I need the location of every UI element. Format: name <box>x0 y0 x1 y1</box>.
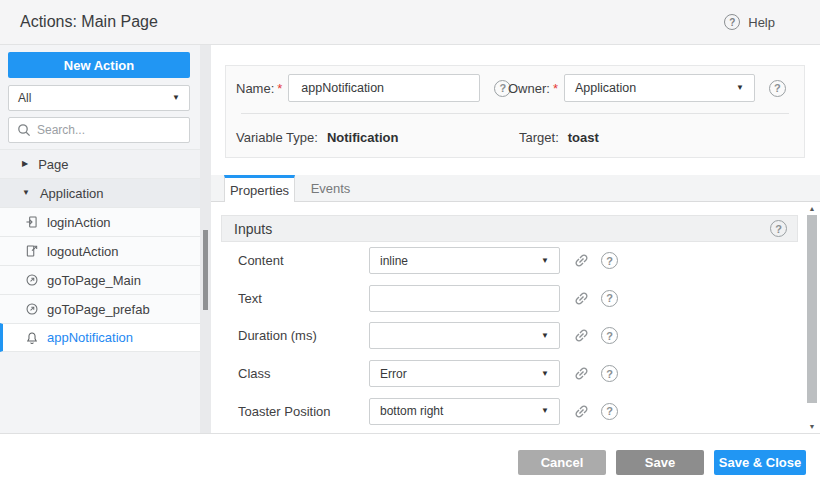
tree-item-label: loginAction <box>47 215 111 230</box>
new-action-button[interactable]: New Action <box>8 52 190 78</box>
toaster-position-help-icon[interactable]: ? <box>601 403 618 420</box>
filter-select-value: All <box>18 91 31 105</box>
tree-item-gotopage-prefab[interactable]: goToPage_prefab <box>0 294 200 323</box>
tree-item-label: logoutAction <box>47 244 119 259</box>
scroll-down-icon[interactable]: ▼ <box>806 423 818 430</box>
class-select-value: Error <box>380 367 407 381</box>
help-label: Help <box>748 15 775 30</box>
cancel-button[interactable]: Cancel <box>518 450 606 475</box>
actions-sidebar: New Action All ▼ ▶ Page ▼ Application <box>0 45 200 433</box>
duration-select[interactable]: ▼ <box>369 322 560 349</box>
search-input[interactable] <box>37 123 177 137</box>
dropdown-caret-icon: ▼ <box>172 94 180 102</box>
text-label: Text <box>238 291 369 306</box>
toaster-position-label: Toaster Position <box>238 404 369 419</box>
dropdown-caret-icon: ▼ <box>541 332 549 340</box>
class-label: Class <box>238 366 369 381</box>
save-button[interactable]: Save <box>616 450 704 475</box>
bell-icon <box>25 331 39 345</box>
owner-label: Owner: <box>508 81 550 96</box>
required-marker: * <box>277 81 282 96</box>
bind-link-icon[interactable] <box>573 403 590 420</box>
goto-page-icon <box>25 302 39 316</box>
main-scrollbar[interactable]: ▲ ▼ <box>806 202 818 433</box>
search-icon <box>17 123 31 137</box>
sidebar-scrollbar-thumb[interactable] <box>203 230 208 310</box>
variable-type-label: Variable Type: <box>236 130 318 145</box>
tree-group-label: Page <box>38 157 68 172</box>
tree-group-application[interactable]: ▼ Application <box>0 178 200 207</box>
main-scrollbar-thumb[interactable] <box>807 215 817 403</box>
input-row-duration: Duration (ms) ▼ ? <box>221 317 798 355</box>
dropdown-caret-icon: ▼ <box>541 257 549 265</box>
actions-tree: ▶ Page ▼ Application loginAction logoutA… <box>0 149 200 352</box>
input-row-text: Text ? <box>221 280 798 318</box>
save-close-button[interactable]: Save & Close <box>714 450 806 475</box>
toaster-position-select-value: bottom right <box>380 404 443 418</box>
dropdown-caret-icon: ▼ <box>541 370 549 378</box>
tree-group-page[interactable]: ▶ Page <box>0 149 200 178</box>
bind-link-icon[interactable] <box>573 327 590 344</box>
required-marker: * <box>553 81 558 96</box>
content-select[interactable]: inline ▼ <box>369 247 560 274</box>
tab-events[interactable]: Events <box>295 175 366 201</box>
owner-help-icon[interactable]: ? <box>769 80 786 97</box>
dropdown-caret-icon: ▼ <box>541 407 549 415</box>
tree-item-label: appNotification <box>47 330 133 345</box>
input-row-toaster-position: Toaster Position bottom right ▼ ? <box>221 392 798 430</box>
tree-item-appnotification[interactable]: appNotification <box>0 323 200 352</box>
tree-item-label: goToPage_Main <box>47 273 141 288</box>
page-title: Actions: Main Page <box>20 13 158 31</box>
dropdown-caret-icon: ▼ <box>736 84 744 92</box>
inputs-section: Inputs ? Content inline ▼ ? Text <box>221 215 798 430</box>
tree-group-label: Application <box>40 186 104 201</box>
sidebar-scrollbar[interactable] <box>200 45 211 433</box>
class-select[interactable]: Error ▼ <box>369 360 560 387</box>
chevron-right-icon[interactable]: ▶ <box>22 160 28 168</box>
bind-link-icon[interactable] <box>573 290 590 307</box>
variable-type-value: Notification <box>327 130 399 145</box>
card-divider <box>241 113 789 114</box>
class-help-icon[interactable]: ? <box>601 365 618 382</box>
toaster-position-select[interactable]: bottom right ▼ <box>369 398 560 425</box>
inputs-section-title: Inputs <box>234 221 272 237</box>
bind-link-icon[interactable] <box>573 365 590 382</box>
tree-item-label: goToPage_prefab <box>47 302 150 317</box>
bind-link-icon[interactable] <box>573 252 590 269</box>
filter-select[interactable]: All ▼ <box>8 85 190 111</box>
action-footer: Cancel Save Save & Close <box>0 433 820 491</box>
owner-select[interactable]: Application ▼ <box>564 74 755 102</box>
help-icon: ? <box>724 14 740 30</box>
scroll-up-icon[interactable]: ▲ <box>806 205 818 212</box>
name-input[interactable] <box>288 74 480 102</box>
goto-page-icon <box>25 273 39 287</box>
tree-item-logoutaction[interactable]: logoutAction <box>0 236 200 265</box>
content-help-icon[interactable]: ? <box>601 252 618 269</box>
tree-item-gotopage-main[interactable]: goToPage_Main <box>0 265 200 294</box>
tree-item-loginaction[interactable]: loginAction <box>0 207 200 236</box>
content-label: Content <box>238 253 369 268</box>
duration-help-icon[interactable]: ? <box>601 327 618 344</box>
text-help-icon[interactable]: ? <box>601 290 618 307</box>
help-link[interactable]: ? Help <box>724 14 775 30</box>
detail-tabbar: Properties Events <box>211 175 820 202</box>
action-summary-card: Name: * ? Owner: * Application ▼ ? <box>225 65 805 158</box>
target-value: toast <box>568 130 599 145</box>
inputs-section-header: Inputs ? <box>221 215 798 242</box>
text-input[interactable] <box>380 291 549 305</box>
target-label: Target: <box>519 130 559 145</box>
tab-properties[interactable]: Properties <box>224 175 295 202</box>
logout-icon <box>25 244 39 258</box>
owner-select-value: Application <box>575 81 636 95</box>
action-detail-panel: Name: * ? Owner: * Application ▼ ? <box>211 45 820 433</box>
login-icon <box>25 215 39 229</box>
input-row-class: Class Error ▼ ? <box>221 355 798 393</box>
content-select-value: inline <box>380 254 408 268</box>
chevron-down-icon[interactable]: ▼ <box>22 189 30 197</box>
name-label: Name: <box>236 81 274 96</box>
app-header: Actions: Main Page ? Help <box>0 0 820 45</box>
search-box[interactable] <box>8 117 190 143</box>
text-input-field[interactable] <box>369 285 560 312</box>
inputs-help-icon[interactable]: ? <box>770 220 787 237</box>
duration-label: Duration (ms) <box>238 328 369 343</box>
